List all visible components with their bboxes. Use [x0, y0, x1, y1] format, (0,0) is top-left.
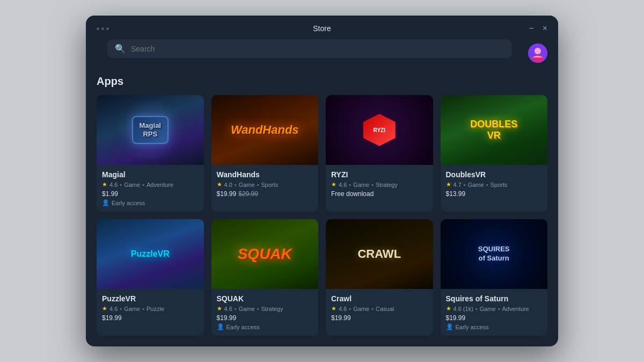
window-title: Store — [313, 24, 331, 33]
content-area: Apps Magial RPSMagial★4.6 • Game • Adven… — [86, 75, 558, 346]
app-info-wandhands: WandHands★4.0 • Game • Sports$19.99$29.9… — [211, 165, 319, 205]
apps-grid: Magial RPSMagial★4.6 • Game • Adventure$… — [97, 95, 547, 336]
close-button[interactable]: × — [543, 24, 547, 33]
minimize-button[interactable]: − — [529, 24, 533, 33]
app-genre: Adventure — [502, 306, 529, 312]
early-access-squires: 👤Early access — [446, 323, 543, 330]
app-name-crawl: Crawl — [331, 294, 428, 303]
separator: • — [235, 306, 237, 312]
app-rating: 4.7 — [453, 182, 462, 188]
app-genre: Sports — [490, 182, 507, 188]
app-card-doublesvr[interactable]: DOUBLES VRDoublesVR★4.7 • Game • Sports$… — [441, 95, 548, 212]
app-name-squires: Squires of Saturn — [446, 294, 543, 303]
star-icon: ★ — [446, 305, 451, 312]
app-name-magial: Magial — [102, 170, 199, 179]
early-access-label: Early access — [456, 324, 489, 330]
app-thumbnail-doublesvr: DOUBLES VR — [441, 95, 548, 165]
app-card-magial[interactable]: Magial RPSMagial★4.6 • Game • Adventure$… — [97, 95, 204, 212]
separator: • — [371, 306, 374, 312]
app-genre: Strategy — [261, 306, 283, 312]
app-name-ryzi: RYZI — [331, 170, 428, 179]
separator: • — [142, 182, 144, 188]
app-price-doublesvr: $13.99 — [446, 190, 543, 198]
section-title: Apps — [97, 75, 547, 88]
app-meta-puzzlevr: ★4.6 • Game • Puzzle — [102, 305, 199, 312]
app-meta-doublesvr: ★4.7 • Game • Sports — [446, 181, 543, 188]
titlebar-dots — [97, 27, 109, 30]
app-window: Store − × 🔍 Apps Magial RPSMagial★4.6 • … — [86, 16, 558, 346]
avatar[interactable] — [528, 44, 547, 63]
early-access-squak: 👤Early access — [217, 323, 313, 330]
app-name-puzzlevr: PuzzleVR — [102, 294, 199, 303]
star-icon: ★ — [217, 181, 222, 188]
app-meta-squak: ★4.6 • Game • Strategy — [217, 305, 313, 312]
early-access-icon: 👤 — [102, 199, 109, 206]
star-icon: ★ — [331, 305, 336, 312]
app-rating: 4.6 — [339, 182, 347, 188]
separator: • — [371, 182, 374, 188]
app-thumbnail-magial: Magial RPS — [97, 95, 204, 165]
titlebar-dot-3 — [106, 27, 109, 30]
star-icon: ★ — [446, 181, 451, 188]
early-access-label: Early access — [112, 200, 145, 206]
app-info-doublesvr: DoublesVR★4.7 • Game • Sports$13.99 — [441, 165, 548, 205]
app-card-squires[interactable]: SQUIRES of SaturnSquires of Saturn★4.6 (… — [441, 219, 548, 336]
app-meta-ryzi: ★4.6 • Game • Strategy — [331, 181, 428, 188]
separator: • — [257, 306, 259, 312]
separator: • — [486, 182, 488, 188]
app-price-ryzi: Free download — [331, 190, 428, 198]
app-thumbnail-wandhands: WandHands — [211, 95, 319, 165]
app-category: Game — [239, 182, 255, 188]
app-card-puzzlevr[interactable]: PuzzleVRPuzzleVR★4.6 • Game • Puzzle$19.… — [97, 219, 204, 336]
star-icon: ★ — [102, 305, 107, 312]
separator: • — [257, 182, 259, 188]
separator: • — [349, 182, 351, 188]
separator: • — [120, 182, 122, 188]
svg-point-1 — [535, 48, 541, 54]
search-input[interactable] — [131, 45, 504, 53]
search-bar: 🔍 — [107, 39, 512, 58]
app-thumbnail-ryzi — [326, 95, 433, 165]
app-category: Game — [124, 306, 140, 312]
ryzi-hex-icon — [363, 114, 396, 146]
app-price-puzzlevr: $19.99 — [102, 314, 199, 322]
app-meta-squires: ★4.6 (1k) • Game • Adventure — [446, 305, 543, 312]
app-card-wandhands[interactable]: WandHandsWandHands★4.0 • Game • Sports$1… — [211, 95, 319, 212]
app-rating: 4.6 — [109, 306, 118, 312]
app-info-puzzlevr: PuzzleVR★4.6 • Game • Puzzle$19.99 — [97, 289, 204, 329]
separator: • — [120, 306, 122, 312]
app-thumbnail-crawl: CRAWL — [326, 219, 433, 289]
app-card-ryzi[interactable]: RYZI★4.6 • Game • StrategyFree download — [326, 95, 433, 212]
app-rating: 4.6 (1k) — [453, 306, 473, 312]
app-category: Game — [353, 182, 369, 188]
app-name-wandhands: WandHands — [217, 170, 313, 179]
titlebar-dot-2 — [101, 27, 104, 30]
separator: • — [142, 306, 144, 312]
puzzlevr-logo: PuzzleVR — [131, 249, 170, 259]
search-icon: 🔍 — [115, 44, 126, 54]
star-icon: ★ — [217, 305, 222, 312]
app-genre: Puzzle — [147, 306, 164, 312]
star-icon: ★ — [102, 181, 107, 188]
app-info-squak: SQUAK★4.6 • Game • Strategy$19.99👤Early … — [211, 289, 319, 336]
titlebar-dot-1 — [97, 27, 99, 30]
app-info-magial: Magial★4.6 • Game • Adventure$1.99👤Early… — [97, 165, 204, 212]
app-rating: 4.0 — [224, 182, 232, 188]
wandhands-logo: WandHands — [231, 123, 299, 137]
crawl-logo: CRAWL — [357, 247, 401, 261]
app-thumbnail-squak: SQUAK — [211, 219, 319, 289]
app-category: Game — [353, 306, 369, 312]
app-card-crawl[interactable]: CRAWLCrawl★4.6 • Game • Casual$19.99 — [326, 219, 433, 336]
app-name-doublesvr: DoublesVR — [446, 170, 543, 179]
app-info-crawl: Crawl★4.6 • Game • Casual$19.99 — [326, 289, 433, 329]
separator: • — [475, 306, 478, 312]
app-price-crawl: $19.99 — [331, 314, 428, 322]
app-card-squak[interactable]: SQUAKSQUAK★4.6 • Game • Strategy$19.99👤E… — [211, 219, 319, 336]
early-access-magial: 👤Early access — [102, 199, 199, 206]
early-access-label: Early access — [226, 324, 260, 330]
app-meta-wandhands: ★4.0 • Game • Sports — [217, 181, 313, 188]
magial-logo: Magial RPS — [132, 116, 169, 143]
separator: • — [349, 306, 351, 312]
app-rating: 4.6 — [224, 306, 232, 312]
app-meta-crawl: ★4.6 • Game • Casual — [331, 305, 428, 312]
